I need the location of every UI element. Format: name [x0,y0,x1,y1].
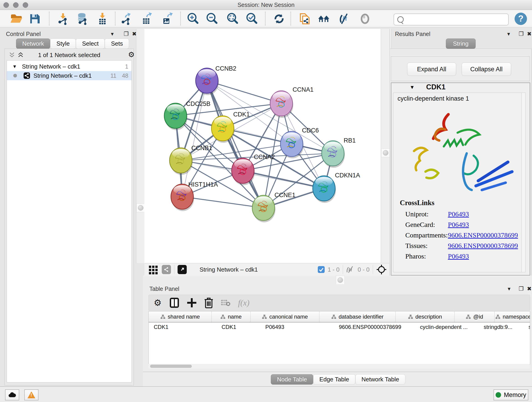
network-node-ccne1[interactable]: CCNE1 [252,191,296,222]
network-node-ccnb1[interactable]: CCNB1 [170,145,212,175]
bottom-splitter[interactable] [143,275,532,284]
column-header-database-identifier[interactable]: database identifier [319,312,396,322]
column-header-name[interactable]: name [212,312,251,322]
tab-sets[interactable]: Sets [105,38,129,49]
table-cell[interactable]: P06493 [260,322,334,332]
collection-expander-icon[interactable]: ▼ [12,64,17,69]
hide-graphics-icon[interactable] [338,12,351,26]
table-row[interactable]: CDK1CDK1P064939606.ENSP00000378699cyclin… [149,322,530,332]
import-network-file-icon[interactable] [56,12,70,26]
tab-network-table[interactable]: Network Table [355,374,405,385]
results-panel-menu-icon[interactable]: ▾ [507,31,510,37]
import-network-database-icon[interactable] [76,12,89,26]
search-field[interactable] [394,13,509,26]
column-header--id[interactable]: @id [455,312,495,322]
network-node-cdk1[interactable]: CDK1 [211,111,250,143]
tab-style[interactable]: Style [50,38,76,49]
node-table[interactable]: shared namenamecanonical namedatabase id… [148,311,530,364]
crosslink-value[interactable]: P06493 [448,221,469,229]
table-hscrollbar[interactable] [148,364,530,369]
tab-select[interactable]: Select [76,38,105,49]
clear-table-icon[interactable] [221,299,230,307]
table-cell[interactable]: CDK1 [149,322,216,332]
results-panel-float-icon[interactable]: ❐ [519,31,524,37]
zoom-fit-icon[interactable] [226,12,239,26]
export-network-icon[interactable] [120,12,133,26]
network-node-cdc6[interactable]: CDC6 [280,127,319,158]
network-canvas[interactable]: CCNB2CCNA1CDC25BCDK1CDC6RB1CCNB1CCNA2CDK… [144,29,381,263]
add-column-icon[interactable] [187,298,197,308]
crosslink-value[interactable]: 9606.ENSP00000378699 [448,242,518,249]
table-cell[interactable]: CDK1 [216,322,260,332]
export-table-icon[interactable] [140,12,154,26]
control-panel-menu-icon[interactable]: ▾ [111,31,114,37]
cloud-button[interactable] [5,389,19,400]
network-node-cdkn1a[interactable]: CDKN1A [313,172,360,203]
table-cell[interactable]: stringdb:9... [479,322,524,332]
zoom-out-icon[interactable] [205,12,219,26]
gene-expander-icon[interactable]: ▼ [410,84,415,90]
table-cell[interactable]: 9606.ENSP00000378699 [334,322,415,332]
crosslink-value[interactable]: P06493 [448,252,469,260]
column-header-namespace[interactable]: namespace [495,312,530,322]
table-panel-float-icon[interactable]: ❐ [519,286,524,292]
left-splitter-handle[interactable] [136,204,145,212]
network-node-ccnb2[interactable]: CCNB2 [196,65,236,95]
network-edge[interactable] [182,197,264,208]
table-options-gear-icon[interactable]: ⚙ [154,298,162,308]
selected-checkbox-icon[interactable] [317,266,325,273]
open-file-icon[interactable] [10,12,23,26]
bottom-splitter-handle[interactable] [336,276,345,284]
search-input[interactable] [405,16,508,23]
tab-edge-table[interactable]: Edge Table [313,374,355,385]
zoom-selected-icon[interactable] [245,12,259,26]
tab-string[interactable]: String [446,38,476,49]
table-panel-menu-icon[interactable]: ▾ [508,286,510,292]
function-builder-icon[interactable]: f(x) [238,298,249,307]
delete-column-icon[interactable] [204,297,213,308]
column-header-canonical-name[interactable]: canonical name [251,312,319,322]
tab-node-table[interactable]: Node Table [271,374,313,385]
results-scrollbar[interactable] [521,93,525,272]
network-node-rb1[interactable]: RB1 [322,137,356,168]
memory-button[interactable]: Memory [494,389,528,400]
open-in-window-icon[interactable] [177,265,187,274]
results-panel-close-icon[interactable]: ✖ [527,31,532,37]
right-splitter[interactable] [381,29,390,263]
copy-style-icon[interactable] [298,12,312,26]
left-splitter[interactable] [136,29,145,263]
network-collection-row[interactable]: ▼ String Network – cdk1 1 [7,62,132,71]
refresh-view-icon[interactable] [272,12,286,26]
help-icon[interactable]: ? [514,12,527,26]
right-splitter-handle[interactable] [381,148,390,157]
network-overview-icon[interactable] [162,265,171,274]
tab-network[interactable]: Network [16,38,50,49]
column-header-shared-name[interactable]: shared name [149,312,212,322]
network-options-gear-icon[interactable]: ⚙ [128,50,135,59]
column-header-description[interactable]: description [396,312,455,322]
import-table-icon[interactable] [96,12,109,26]
control-panel-float-icon[interactable]: ❐ [124,31,129,37]
hidden-eye-icon[interactable] [346,266,355,273]
export-image-icon[interactable] [161,12,174,26]
network-edge[interactable] [243,171,324,188]
table-hscrollbar-thumb[interactable] [150,365,192,368]
home-icon[interactable] [317,12,330,26]
warnings-button[interactable] [24,389,38,400]
table-cell[interactable]: cyclin-dependent ... [415,322,479,332]
show-columns-icon[interactable] [169,297,179,308]
birds-eye-icon[interactable] [376,264,387,275]
table-cell[interactable]: stringdb [524,322,530,332]
save-session-icon[interactable] [28,12,41,26]
collapse-all-button[interactable]: Collapse All [462,63,511,76]
table-panel-close-icon[interactable]: ✖ [527,286,532,292]
network-edge[interactable] [207,81,264,208]
zoom-in-icon[interactable] [186,12,200,26]
crosslink-value[interactable]: P06493 [448,210,469,218]
crosslink-value[interactable]: 9606.ENSP00000378699 [448,231,518,239]
network-node-hist1h1a[interactable]: HIST1H1A [171,181,218,211]
network-row[interactable]: String Network – cdk1 11 48 [7,71,132,80]
grid-view-icon[interactable] [148,265,158,274]
expand-all-button[interactable]: Expand All [407,63,456,76]
show-graphics-icon[interactable] [358,12,372,26]
